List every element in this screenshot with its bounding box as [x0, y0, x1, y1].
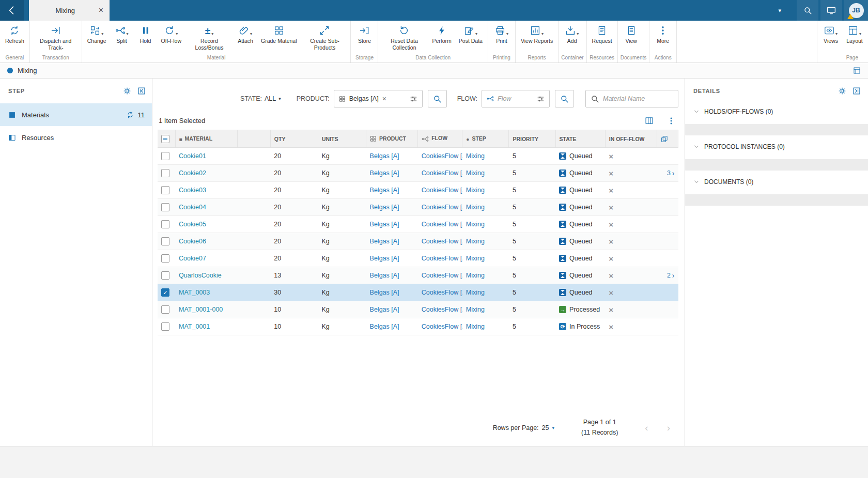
remove-off-flow-icon[interactable]: ×: [609, 271, 613, 280]
table-row[interactable]: Cookie0520KgBelgas [A]CookiesFlow [AMixi…: [158, 216, 678, 233]
column-header-blank[interactable]: [237, 130, 270, 148]
row-checkbox[interactable]: [161, 271, 169, 280]
off-flow-count-link[interactable]: 2›: [660, 271, 674, 280]
material-link[interactable]: Cookie04: [179, 204, 206, 211]
flow-link[interactable]: CookiesFlow [A: [422, 204, 462, 211]
rows-per-page[interactable]: Rows per Page: 25 ▾: [493, 424, 554, 431]
step-link[interactable]: Mixing: [466, 289, 485, 296]
product-link[interactable]: Belgas [A]: [370, 204, 399, 211]
table-row[interactable]: Cookie0120KgBelgas [A]CookiesFlow [AMixi…: [158, 148, 678, 165]
column-header-units[interactable]: UNITS: [318, 130, 366, 148]
material-link[interactable]: MAT_0001: [179, 323, 210, 330]
gear-icon[interactable]: [838, 87, 846, 95]
remove-off-flow-icon[interactable]: ×: [609, 169, 613, 178]
table-row[interactable]: Cookie0620KgBelgas [A]CookiesFlow [AMixi…: [158, 233, 678, 250]
step-link[interactable]: Mixing: [466, 187, 485, 194]
material-name-input[interactable]: Material Name: [585, 90, 678, 107]
material-link[interactable]: MAT_0001-0001: [179, 306, 223, 313]
toolbar-button-hold[interactable]: Hold: [134, 21, 158, 44]
product-link[interactable]: Belgas [A]: [370, 272, 399, 279]
step-link[interactable]: Mixing: [466, 306, 485, 313]
toolbar-button-split[interactable]: ▾Split: [110, 21, 134, 44]
row-checkbox[interactable]: [161, 152, 169, 160]
details-section-header[interactable]: HOLDS/OFF-FLOWS (0): [685, 103, 868, 120]
table-row[interactable]: ✓MAT_000330KgBelgas [A]CookiesFlow [AMix…: [158, 284, 678, 301]
toolbar-button-more[interactable]: More: [651, 21, 675, 44]
toolbar-button-create-sub-products[interactable]: Create Sub-Products: [300, 21, 349, 51]
filter-sliders-icon[interactable]: [537, 95, 545, 103]
toolbar-button-view-reports[interactable]: ▾View Reports: [517, 21, 556, 44]
product-link[interactable]: Belgas [A]: [370, 221, 399, 228]
material-link[interactable]: Cookie05: [179, 221, 206, 228]
row-checkbox[interactable]: [161, 169, 169, 177]
sidebar-item-materials[interactable]: Materials11: [0, 103, 152, 126]
back-button[interactable]: [0, 0, 24, 21]
table-row[interactable]: MAT_000110KgBelgas [A]CookiesFlow [AMixi…: [158, 318, 678, 335]
step-link[interactable]: Mixing: [466, 255, 485, 262]
product-link[interactable]: Belgas [A]: [370, 323, 399, 330]
product-link[interactable]: Belgas [A]: [370, 187, 399, 194]
toolbar-button-store[interactable]: Store: [352, 21, 376, 44]
remove-off-flow-icon[interactable]: ×: [609, 152, 613, 161]
row-checkbox[interactable]: [161, 186, 169, 194]
row-checkbox[interactable]: [161, 322, 169, 331]
column-header-priority[interactable]: PRIORITY: [509, 130, 555, 148]
remove-off-flow-icon[interactable]: ×: [609, 186, 613, 195]
toolbar-button-refresh[interactable]: Refresh: [2, 21, 28, 44]
flow-filter-input[interactable]: Flow: [482, 90, 550, 107]
table-row[interactable]: Cookie0420KgBelgas [A]CookiesFlow [AMixi…: [158, 199, 678, 216]
toolbar-button-print[interactable]: ▾Print: [490, 21, 514, 44]
toolbar-button-attach[interactable]: ▾Attach: [234, 21, 257, 44]
window-layout-icon[interactable]: [853, 67, 861, 74]
tab-mixing[interactable]: Mixing ×: [29, 0, 110, 21]
state-filter[interactable]: STATE: ALL ▾: [240, 95, 281, 102]
next-page-button[interactable]: ›: [667, 422, 670, 434]
product-filter-input[interactable]: Belgas [A] ×: [334, 90, 423, 107]
row-checkbox[interactable]: [161, 237, 169, 245]
step-link[interactable]: Mixing: [466, 221, 485, 228]
flow-link[interactable]: CookiesFlow [A: [422, 255, 462, 262]
off-flow-count-link[interactable]: 3›: [660, 169, 674, 177]
select-all-checkbox[interactable]: [161, 135, 169, 143]
step-link[interactable]: Mixing: [466, 152, 485, 160]
toolbar-button-view[interactable]: View: [619, 21, 643, 44]
material-link[interactable]: Cookie01: [179, 152, 206, 160]
column-header-qty[interactable]: QTY: [270, 130, 318, 148]
remove-off-flow-icon[interactable]: ×: [609, 203, 613, 212]
column-header-material[interactable]: ■MATERIAL: [175, 130, 237, 148]
product-link[interactable]: Belgas [A]: [370, 152, 399, 160]
chevron-down-icon[interactable]: ▾: [778, 7, 781, 14]
step-link[interactable]: Mixing: [466, 238, 485, 245]
table-row[interactable]: Cookie0220KgBelgas [A]CookiesFlow [AMixi…: [158, 165, 678, 182]
toolbar-button-perform[interactable]: Perform: [428, 21, 455, 44]
table-row[interactable]: Cookie0320KgBelgas [A]CookiesFlow [AMixi…: [158, 182, 678, 199]
material-link[interactable]: MAT_0003: [179, 289, 210, 296]
material-link[interactable]: Cookie07: [179, 255, 206, 262]
step-link[interactable]: Mixing: [466, 169, 485, 177]
close-icon[interactable]: ×: [98, 6, 104, 14]
toolbar-button-views[interactable]: ▾Views: [819, 21, 843, 44]
remove-off-flow-icon[interactable]: ×: [609, 305, 613, 314]
toolbar-button-post-data[interactable]: ▾Post Data: [455, 21, 486, 44]
toolbar-button-layout[interactable]: ▾Layout: [843, 21, 866, 44]
collapse-panel-icon[interactable]: [137, 87, 146, 95]
table-row[interactable]: Cookie0720KgBelgas [A]CookiesFlow [AMixi…: [158, 250, 678, 267]
toolbar-button-reset-data-collection[interactable]: Reset Data Collection: [380, 21, 428, 51]
details-section-header[interactable]: DOCUMENTS (0): [685, 174, 868, 190]
column-header-off-flow-links[interactable]: [657, 130, 678, 148]
flow-link[interactable]: CookiesFlow [A: [422, 289, 462, 296]
column-header-product[interactable]: PRODUCT: [366, 130, 418, 148]
clear-product-icon[interactable]: ×: [382, 95, 386, 103]
filter-sliders-icon[interactable]: [410, 95, 417, 103]
sidebar-item-resources[interactable]: Resources: [0, 126, 152, 149]
toolbar-button-off-flow[interactable]: ▾Off-Flow: [158, 21, 185, 44]
toolbar-button-grade-material[interactable]: Grade Material: [257, 21, 300, 44]
monitor-button[interactable]: [820, 0, 842, 21]
flow-link[interactable]: CookiesFlow [A: [422, 272, 462, 279]
material-link[interactable]: QuarlosCookie: [179, 272, 222, 279]
row-checkbox[interactable]: [161, 220, 169, 228]
toolbar-button-record-loss-bonus[interactable]: ±▾Record Loss/Bonus: [185, 21, 234, 51]
column-header-step[interactable]: ●STEP: [462, 130, 509, 148]
flow-link[interactable]: CookiesFlow [A: [422, 221, 462, 228]
product-search-button[interactable]: [428, 90, 447, 107]
